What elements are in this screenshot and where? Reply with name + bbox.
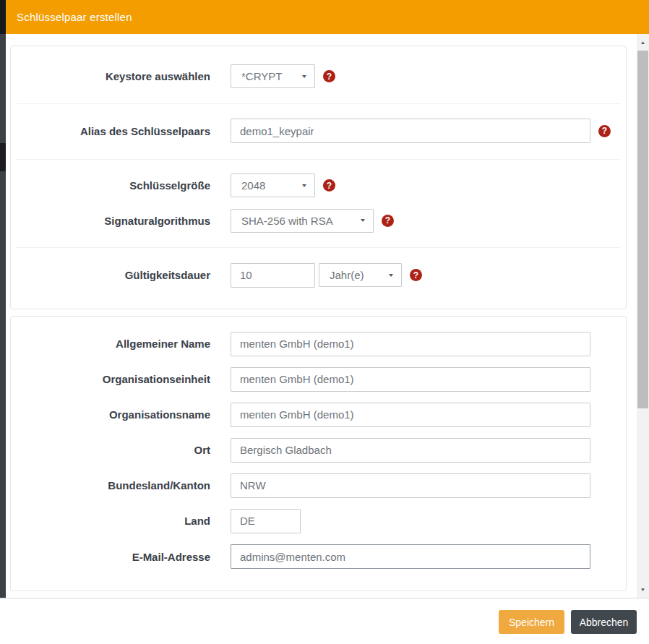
keystore-select-value: *CRYPT [231,70,282,82]
background-sidebar-segment [0,143,6,171]
scroll-up-button[interactable]: ▲ [637,36,649,48]
state-input[interactable] [231,473,590,498]
background-sidebar-segment [0,0,6,34]
dialog-title: Schlüsselpaar erstellen [6,11,132,23]
help-icon[interactable]: ? [382,215,394,227]
form-row-validity: Gültigkeitsdauer Jahr(e) ▼ ? [11,263,626,287]
validity-input[interactable] [231,263,315,288]
validity-unit-select-value: Jahr(e) [319,269,364,281]
email-label: E-Mail-Adresse [11,551,210,563]
form-row-org-name: Organisationsname [11,403,626,426]
keystore-select[interactable]: *CRYPT ▼ [231,64,315,88]
save-button[interactable]: Speichern [499,610,564,634]
scroll-down-icon: ▼ [640,587,646,592]
row-divider [17,103,620,104]
form-row-common-name: Allgemeiner Name [11,332,626,356]
chevron-down-icon: ▼ [301,183,308,189]
signature-algorithm-label: Signaturalgorithmus [11,215,210,227]
org-name-input[interactable] [231,403,590,427]
email-input[interactable] [231,544,590,569]
form-row-country: Land [11,509,626,533]
common-name-input[interactable] [231,332,590,356]
form-row-city: Ort [11,438,626,462]
org-name-label: Organisationsname [11,408,210,421]
row-divider [17,159,620,160]
help-icon[interactable]: ? [323,179,335,192]
country-label: Land [11,515,210,527]
modal-dialog: Schlüsselpaar erstellen Keystore auswähl… [0,0,649,644]
vertical-scrollbar[interactable]: ▲ ▼ [637,34,649,598]
form-row-alias: Alias des Schlüsselpaars ? [11,119,626,143]
dialog-body: Keystore auswählen *CRYPT ▼ ? Alias des … [6,34,637,598]
city-label: Ort [11,444,210,456]
alias-input[interactable] [231,119,590,143]
key-parameters-section: Keystore auswählen *CRYPT ▼ ? Alias des … [10,46,627,309]
signature-algorithm-select-value: SHA-256 with RSA [231,215,333,227]
chevron-down-icon: ▼ [359,218,366,223]
chevron-down-icon: ▼ [301,74,308,80]
alias-label: Alias des Schlüsselpaars [11,125,210,137]
keystore-label: Keystore auswählen [11,70,210,82]
country-input[interactable] [231,509,301,533]
signature-algorithm-select[interactable]: SHA-256 with RSA ▼ [231,209,374,233]
state-label: Bundesland/Kanton [11,479,210,491]
dialog-header: Schlüsselpaar erstellen [6,0,649,34]
form-row-keysize: Schlüsselgröße 2048 ▼ ? [11,173,626,197]
keysize-select-value: 2048 [231,179,265,192]
row-divider [17,247,620,248]
form-row-email: E-Mail-Adresse [11,544,626,569]
org-unit-input[interactable] [231,367,590,392]
form-row-keystore: Keystore auswählen *CRYPT ▼ ? [11,64,626,88]
cancel-button[interactable]: Abbrechen [571,610,637,634]
scrollbar-thumb[interactable] [637,51,648,408]
common-name-label: Allgemeiner Name [11,338,210,350]
validity-label: Gültigkeitsdauer [11,269,210,281]
help-icon[interactable]: ? [323,70,335,82]
background-sidebar-edge [0,0,6,598]
city-input[interactable] [231,438,590,463]
certificate-subject-section: Allgemeiner Name Organisationseinheit Or… [10,316,627,591]
help-icon[interactable]: ? [598,125,611,137]
form-row-state: Bundesland/Kanton [11,473,626,497]
org-unit-label: Organisationseinheit [11,373,210,385]
keysize-label: Schlüsselgröße [11,179,210,192]
keysize-select[interactable]: 2048 ▼ [231,173,315,197]
form-row-org-unit: Organisationseinheit [11,367,626,391]
scroll-up-icon: ▲ [640,40,646,45]
validity-unit-select[interactable]: Jahr(e) ▼ [319,263,402,287]
dialog-footer: Speichern Abbrechen [0,598,649,644]
help-icon[interactable]: ? [410,269,422,281]
chevron-down-icon: ▼ [387,272,395,278]
form-row-signature-algorithm: Signaturalgorithmus SHA-256 with RSA ▼ ? [11,208,626,233]
scroll-down-button[interactable]: ▼ [637,583,649,596]
